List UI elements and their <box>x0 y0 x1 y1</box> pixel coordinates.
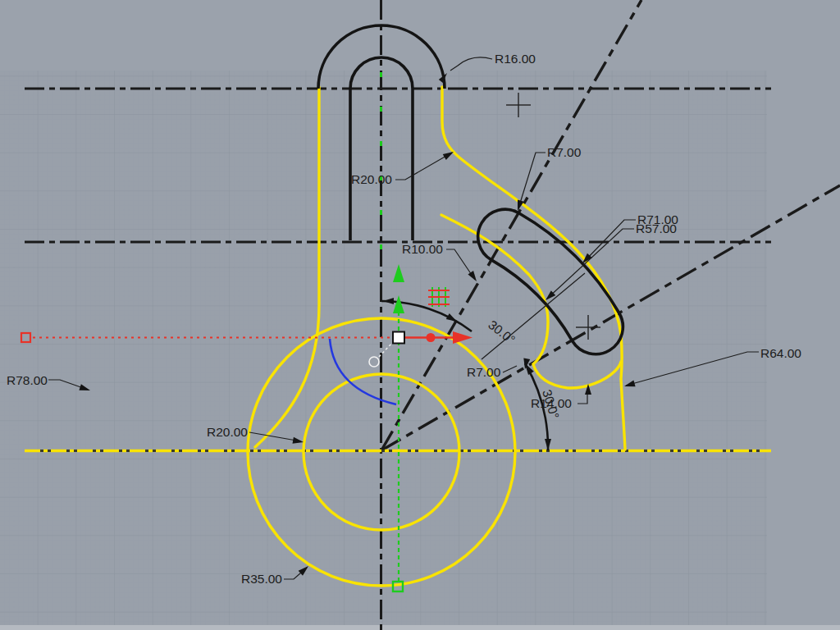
dim-r78-label[interactable]: R78.00 <box>7 373 48 387</box>
dim-r20-top-label[interactable]: R20.00 <box>351 172 392 186</box>
window-bottom-edge <box>0 625 840 630</box>
dim-r7-bottom-label[interactable]: R7.00 <box>467 365 501 379</box>
cad-viewport: R16.00 R20.00 R7.00 R71.00 R57.00 R10.00… <box>0 0 840 630</box>
x-axis-handle-dot[interactable] <box>427 333 436 342</box>
dim-r20-bottom-label[interactable]: R20.00 <box>207 425 248 439</box>
dim-r16-label[interactable]: R16.00 <box>495 52 536 66</box>
dim-r57-label[interactable]: R57.00 <box>636 221 677 235</box>
hatch-constraint-glyph[interactable] <box>428 287 450 307</box>
sketch-grid <box>0 71 767 625</box>
dim-r64-label[interactable]: R64.00 <box>760 346 801 360</box>
origin-drag-handle[interactable] <box>393 332 404 344</box>
dim-r7-top-label[interactable]: R7.00 <box>547 145 582 159</box>
dim-r35-label[interactable]: R35.00 <box>241 572 282 586</box>
dim-r10-label[interactable]: R10.00 <box>402 242 443 256</box>
sketch-canvas: R16.00 R20.00 R7.00 R71.00 R57.00 R10.00… <box>0 0 840 630</box>
